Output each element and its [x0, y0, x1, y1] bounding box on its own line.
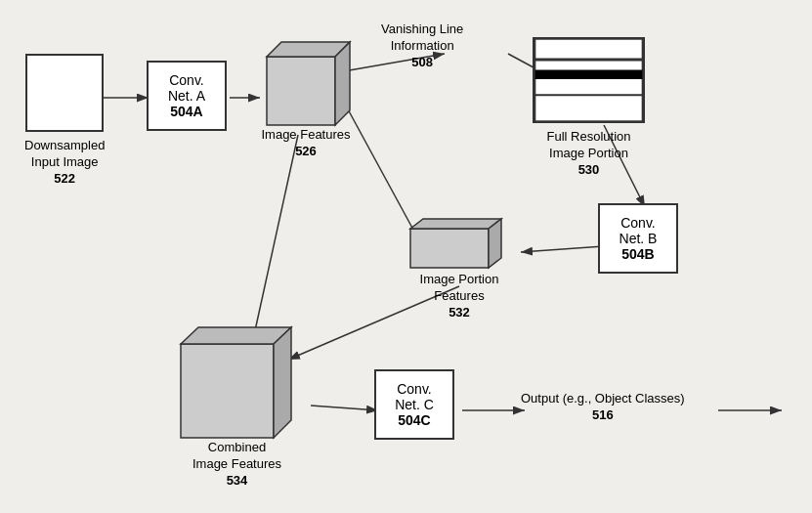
fullResolution-id: 530 [578, 162, 600, 177]
combinedFeatures-id: 534 [227, 473, 248, 488]
svg-marker-16 [335, 42, 350, 125]
convC-box: Conv.Net. C504C [374, 369, 454, 440]
convA-label: Conv.Net. A504A [168, 72, 205, 119]
combinedFeatures-label: CombinedImage Features 534 [192, 440, 281, 490]
svg-marker-24 [181, 344, 274, 438]
fullResolution-label: Full ResolutionImage Portion 530 [547, 129, 631, 179]
input-label: Downsampled Input Image 522 [24, 138, 105, 188]
vanishingLine-id: 508 [411, 55, 433, 69]
imagePortionFeatures-id: 532 [449, 305, 470, 320]
convB-box: Conv.Net. B504B [598, 203, 678, 274]
combinedFeatures-3dbox [171, 322, 303, 449]
svg-marker-21 [410, 229, 489, 268]
node-output: Output (e.g., Object Classes) 516 [521, 391, 685, 424]
imageFeatures-id: 526 [295, 144, 317, 158]
node-imageFeatures: Image Features 526 [257, 37, 355, 160]
fullResolution-box [533, 37, 645, 123]
svg-rect-17 [535, 39, 643, 121]
convC-label: Conv.Net. C504C [395, 381, 434, 428]
node-vanishingLine: Vanishing LineInformation508 [381, 21, 463, 71]
convA-box: Conv.Net. A504A [147, 61, 227, 131]
node-fullResolution: Full ResolutionImage Portion 530 [533, 37, 645, 179]
imagePortionFeatures-3dbox [406, 217, 513, 276]
convB-id: 504B [621, 246, 654, 262]
convC-id: 504C [398, 412, 430, 428]
svg-marker-26 [274, 327, 291, 438]
input-box [25, 54, 104, 132]
diagram: Downsampled Input Image 522 Conv.Net. A5… [0, 0, 812, 513]
svg-marker-14 [267, 57, 335, 125]
vanishingLine-label: Vanishing LineInformation508 [381, 21, 463, 71]
node-imagePortionFeatures: Image PortionFeatures 532 [406, 217, 513, 321]
output-id: 516 [592, 407, 614, 422]
node-convB: Conv.Net. B504B [598, 203, 678, 274]
node-combinedFeatures: CombinedImage Features 534 [171, 322, 303, 490]
output-label: Output (e.g., Object Classes) 516 [521, 391, 685, 424]
node-convA: Conv.Net. A504A [147, 61, 227, 131]
svg-line-10 [252, 135, 298, 344]
svg-marker-22 [410, 219, 501, 229]
svg-line-11 [311, 406, 378, 410]
convA-id: 504A [170, 104, 202, 119]
convB-label: Conv.Net. B504B [620, 215, 658, 262]
fullResolution-svg [533, 39, 645, 121]
node-input: Downsampled Input Image 522 [24, 54, 105, 188]
imageFeatures-label: Image Features 526 [261, 127, 350, 160]
node-convC: Conv.Net. C504C [374, 369, 454, 440]
svg-marker-25 [181, 327, 291, 344]
svg-line-8 [521, 246, 604, 252]
imageFeatures-3dbox [257, 37, 355, 135]
imagePortionFeatures-label: Image PortionFeatures 532 [420, 272, 499, 321]
input-id: 522 [54, 171, 75, 186]
